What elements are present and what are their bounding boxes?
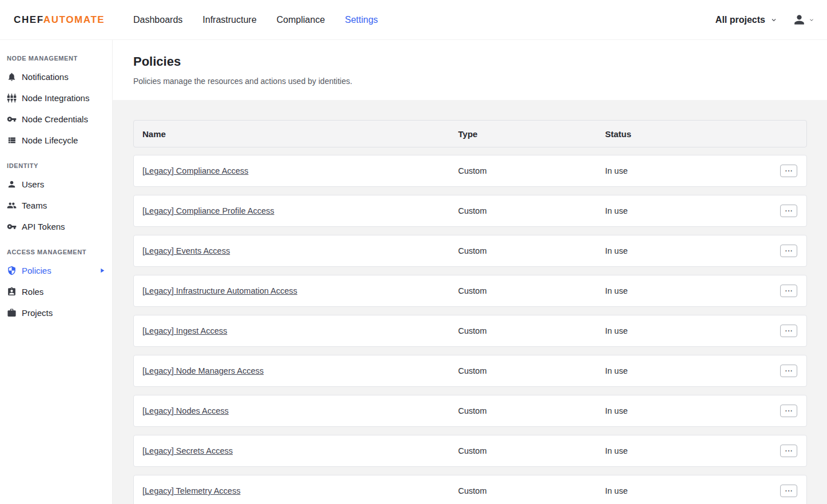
row-menu-button[interactable]: ... — [780, 205, 797, 217]
sidebar-item-teams[interactable]: Teams — [0, 195, 112, 216]
page-title: Policies — [133, 54, 827, 69]
sidebar-item-node-lifecycle[interactable]: Node Lifecycle — [0, 130, 112, 151]
shield-icon — [7, 266, 17, 275]
nav-item-settings[interactable]: Settings — [345, 15, 378, 25]
table-row: [Legacy] Compliance AccessCustomIn use..… — [133, 155, 807, 187]
sidebar-item-label: Node Integrations — [22, 93, 89, 103]
sidebar-section-node-management: NODE MANAGEMENT — [7, 55, 105, 62]
table-header: Name Type Status — [133, 120, 807, 147]
policy-type: Custom — [458, 246, 605, 255]
top-navbar: CHEFAUTOMATE DashboardsInfrastructureCom… — [0, 0, 827, 40]
row-menu-button[interactable]: ... — [780, 365, 797, 377]
chevron-down-icon — [770, 17, 777, 23]
row-menu-button[interactable]: ... — [780, 285, 797, 297]
sidebar-item-policies[interactable]: Policies — [0, 260, 112, 281]
sidebar-item-label: Node Lifecycle — [22, 135, 78, 145]
projects-filter-dropdown[interactable]: All projects — [715, 15, 777, 25]
row-menu-button[interactable]: ... — [780, 165, 797, 177]
policy-type: Custom — [458, 326, 605, 335]
nav-item-compliance[interactable]: Compliance — [277, 15, 325, 25]
user-avatar-icon — [792, 13, 806, 27]
row-menu-button[interactable]: ... — [780, 245, 797, 257]
table-body: [Legacy] Compliance AccessCustomIn use..… — [133, 155, 807, 504]
sidebar-section-identity: IDENTITY — [7, 162, 105, 169]
sidebar-section-access-management: ACCESS MANAGEMENT — [7, 249, 105, 255]
sidebar-item-label: Notifications — [22, 72, 69, 82]
policy-name-link[interactable]: [Legacy] Secrets Access — [142, 446, 233, 455]
table-row: [Legacy] Secrets AccessCustomIn use... — [133, 435, 807, 467]
nav-item-infrastructure[interactable]: Infrastructure — [202, 15, 256, 25]
sidebar-item-label: Policies — [22, 266, 51, 275]
sidebar-item-roles[interactable]: Roles — [0, 281, 112, 302]
sidebar-item-label: Projects — [22, 308, 53, 318]
sidebar-item-notifications[interactable]: Notifications — [0, 66, 112, 87]
policy-name-link[interactable]: [Legacy] Infrastructure Automation Acces… — [142, 286, 297, 295]
policy-status: In use — [605, 366, 779, 375]
policy-status: In use — [605, 326, 779, 335]
policy-name-link[interactable]: [Legacy] Events Access — [142, 246, 230, 255]
integrations-icon — [7, 93, 17, 103]
sidebar-item-node-integrations[interactable]: Node Integrations — [0, 87, 112, 109]
policy-name-link[interactable]: [Legacy] Compliance Access — [142, 166, 248, 175]
policy-type: Custom — [458, 166, 605, 175]
active-item-arrow-icon — [98, 267, 106, 274]
sidebar-item-users[interactable]: Users — [0, 174, 112, 195]
page-subtitle: Policies manage the resources and action… — [133, 77, 827, 86]
table-row: [Legacy] Infrastructure Automation Acces… — [133, 275, 807, 307]
nav-item-dashboards[interactable]: Dashboards — [133, 15, 182, 25]
policy-name-link[interactable]: [Legacy] Compliance Profile Access — [142, 206, 275, 215]
policy-type: Custom — [458, 486, 605, 495]
table-row: [Legacy] Nodes AccessCustomIn use... — [133, 395, 807, 427]
briefcase-icon — [7, 308, 17, 318]
chevron-down-icon — [809, 17, 814, 23]
row-menu-button[interactable]: ... — [780, 405, 797, 417]
table-row: [Legacy] Node Managers AccessCustomIn us… — [133, 355, 807, 387]
policy-name-link[interactable]: [Legacy] Nodes Access — [142, 406, 229, 415]
badge-icon — [7, 287, 17, 297]
policy-name-link[interactable]: [Legacy] Telemetry Access — [142, 486, 240, 495]
policy-status: In use — [605, 486, 779, 495]
policy-type: Custom — [458, 406, 605, 415]
table-row: [Legacy] Events AccessCustomIn use... — [133, 235, 807, 267]
main-content: Policies Policies manage the resources a… — [113, 40, 827, 504]
page-header: Policies Policies manage the resources a… — [113, 40, 827, 86]
content-area: Name Type Status [Legacy] Compliance Acc… — [113, 100, 827, 504]
sidebar-item-label: Roles — [22, 287, 43, 297]
key-icon — [7, 222, 17, 231]
sidebar-item-api-tokens[interactable]: API Tokens — [0, 216, 112, 237]
logo-chef-text: CHEF — [14, 14, 43, 25]
column-header-type: Type — [458, 129, 605, 139]
person-icon — [7, 179, 17, 189]
policy-status: In use — [605, 286, 779, 295]
column-header-status: Status — [605, 129, 779, 139]
credentials-key-icon — [7, 114, 17, 124]
sidebar-item-label: Node Credentials — [22, 114, 88, 124]
user-menu[interactable] — [792, 13, 814, 27]
bell-icon — [7, 72, 17, 82]
policy-status: In use — [605, 246, 779, 255]
row-menu-button[interactable]: ... — [780, 325, 797, 337]
navbar-right: All projects — [715, 13, 814, 27]
table-row: [Legacy] Ingest AccessCustomIn use... — [133, 315, 807, 347]
sidebar-item-label: Users — [22, 179, 44, 189]
table-row: [Legacy] Compliance Profile AccessCustom… — [133, 195, 807, 227]
policy-type: Custom — [458, 366, 605, 375]
projects-filter-label: All projects — [715, 15, 765, 25]
sidebar-item-projects[interactable]: Projects — [0, 302, 112, 323]
policy-name-link[interactable]: [Legacy] Node Managers Access — [142, 366, 264, 375]
policy-name-link[interactable]: [Legacy] Ingest Access — [142, 326, 227, 335]
policies-table: Name Type Status [Legacy] Compliance Acc… — [133, 120, 807, 504]
policy-status: In use — [605, 446, 779, 455]
table-row: [Legacy] Telemetry AccessCustomIn use... — [133, 475, 807, 504]
policy-status: In use — [605, 206, 779, 215]
sidebar-item-label: Teams — [22, 201, 47, 210]
row-menu-button[interactable]: ... — [780, 485, 797, 497]
policy-type: Custom — [458, 286, 605, 295]
policy-status: In use — [605, 166, 779, 175]
policy-type: Custom — [458, 206, 605, 215]
chef-automate-logo[interactable]: CHEFAUTOMATE — [14, 14, 105, 26]
column-header-name: Name — [142, 129, 458, 139]
sidebar-item-node-credentials[interactable]: Node Credentials — [0, 109, 112, 130]
policy-type: Custom — [458, 446, 605, 455]
row-menu-button[interactable]: ... — [780, 445, 797, 457]
